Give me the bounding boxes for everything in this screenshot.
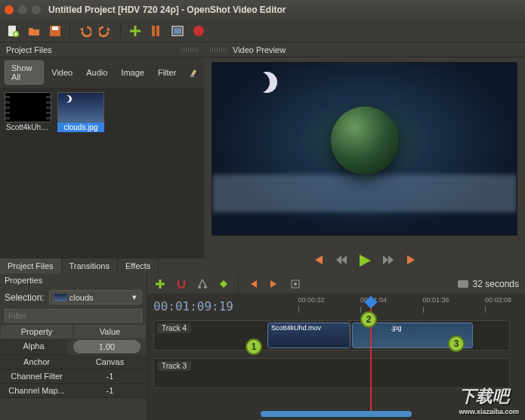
project-files-header: Project Files <box>0 42 204 57</box>
open-project-icon[interactable] <box>27 24 41 38</box>
tab-transitions[interactable]: Transitions <box>62 258 118 273</box>
svg-rect-7 <box>174 28 181 34</box>
selection-dropdown[interactable]: clouds ▾ <box>49 290 142 304</box>
new-project-icon[interactable] <box>6 24 20 38</box>
svg-point-11 <box>204 286 207 289</box>
help-marker: 3 <box>448 335 465 352</box>
left-bottom-tabs: Project Files Transitions Effects <box>0 258 204 273</box>
svg-rect-9 <box>190 75 194 77</box>
prop-name: Channel Filter <box>0 369 73 384</box>
svg-point-8 <box>193 26 204 36</box>
zoom-label: 32 seconds <box>473 279 519 289</box>
tab-show-all[interactable]: Show All <box>5 60 44 85</box>
snap-icon[interactable] <box>174 277 188 291</box>
properties-filter-input[interactable] <box>5 309 142 323</box>
prop-value[interactable]: -1 <box>73 384 147 398</box>
moon-icon <box>256 72 277 93</box>
next-marker-icon[interactable] <box>267 277 281 291</box>
clear-filter-icon[interactable] <box>188 66 199 79</box>
svg-point-13 <box>294 283 297 286</box>
prop-value[interactable]: 1.00 <box>73 340 141 354</box>
save-project-icon[interactable] <box>48 24 62 38</box>
file-filter-tabs: Show All Video Audio Image Filter <box>0 57 204 88</box>
col-property[interactable]: Property <box>0 324 73 339</box>
clip-label: Scott4kUhd.mov <box>271 324 321 332</box>
zoom-slider[interactable] <box>458 280 468 288</box>
razor-icon[interactable] <box>196 277 209 291</box>
center-playhead-icon[interactable] <box>289 277 302 291</box>
fullscreen-icon[interactable] <box>171 24 184 38</box>
tab-audio[interactable]: Audio <box>80 66 113 79</box>
svg-rect-5 <box>156 26 159 36</box>
tab-project-files[interactable]: Project Files <box>0 258 62 273</box>
prop-value[interactable]: Canvas <box>73 355 147 369</box>
main-toolbar <box>0 20 525 42</box>
tab-effects[interactable]: Effects <box>118 258 159 273</box>
video-preview-header: Video Preview <box>204 42 525 57</box>
timeline-clip[interactable]: Scott4kUhd.mov <box>267 323 351 348</box>
window-title: Untitled Project [HDV 720 24p] - OpenSho… <box>48 5 286 15</box>
project-files-label: Project Files <box>6 45 52 54</box>
timeline-toolbar: 32 seconds <box>147 273 525 295</box>
minimize-icon[interactable] <box>18 5 27 14</box>
prop-name: Channel Map... <box>0 384 73 398</box>
timeline-ruler[interactable]: 00:00:32 00:01:04 00:01:36 00:02:08 <box>261 296 510 316</box>
import-files-icon[interactable] <box>128 24 142 38</box>
prop-name: Anchor <box>0 355 73 369</box>
prev-marker-icon[interactable] <box>246 277 260 291</box>
selection-label: Selection: <box>5 292 45 303</box>
file-item[interactable]: Scott4kUhd... <box>5 92 51 132</box>
moon-icon <box>64 95 72 103</box>
tab-filter[interactable]: Filter <box>152 66 182 79</box>
file-label: clouds.jpg <box>57 122 104 132</box>
panel-grip-icon[interactable] <box>210 48 227 52</box>
add-track-icon[interactable] <box>153 277 167 291</box>
help-marker: 2 <box>360 311 377 328</box>
tab-video[interactable]: Video <box>45 66 79 79</box>
selection-value: clouds <box>69 293 94 302</box>
track-label: Track 4 <box>157 323 191 333</box>
panel-grip-icon[interactable] <box>181 48 198 52</box>
help-marker: 1 <box>246 338 262 355</box>
track-label: Track 3 <box>157 361 191 371</box>
sphere-graphic <box>331 107 399 174</box>
ruler-tick: 00:02:08 <box>485 296 511 304</box>
chevron-down-icon: ▾ <box>132 292 137 302</box>
file-label: Scott4kUhd... <box>5 122 51 132</box>
rewind-icon[interactable] <box>335 254 348 267</box>
close-icon[interactable] <box>5 5 14 14</box>
tab-image[interactable]: Image <box>115 66 150 79</box>
prop-value[interactable]: -1 <box>73 369 147 384</box>
timeline-body[interactable]: 00:01:09:19 00:00:32 00:01:04 00:01:36 0… <box>147 295 525 420</box>
svg-rect-3 <box>52 26 58 30</box>
prop-name: Alpha <box>0 339 67 355</box>
svg-rect-4 <box>152 26 155 36</box>
project-files-area[interactable]: Scott4kUhd... clouds.jpg <box>0 88 204 258</box>
video-preview-label: Video Preview <box>233 45 286 54</box>
timecode: 00:01:09:19 <box>153 299 233 313</box>
svg-point-10 <box>198 286 201 289</box>
undo-icon[interactable] <box>78 24 91 38</box>
playback-controls <box>204 249 525 273</box>
properties-header: Properties <box>0 273 147 287</box>
timeline-track[interactable]: Track 3 <box>153 358 510 388</box>
redo-icon[interactable] <box>99 24 113 38</box>
file-item[interactable]: clouds.jpg <box>57 92 104 132</box>
profile-icon[interactable] <box>150 24 163 38</box>
fast-forward-icon[interactable] <box>381 254 395 267</box>
export-icon[interactable] <box>192 24 205 38</box>
video-preview-canvas[interactable] <box>212 62 517 236</box>
maximize-icon[interactable] <box>32 5 41 14</box>
clip-label: .jpg <box>391 324 402 332</box>
ruler-tick: 00:01:36 <box>423 296 449 304</box>
col-value[interactable]: Value <box>73 324 147 339</box>
timeline-scrollbar[interactable] <box>261 411 412 417</box>
play-icon[interactable] <box>357 254 372 267</box>
jump-start-icon[interactable] <box>312 254 326 267</box>
marker-icon[interactable] <box>217 277 230 291</box>
jump-end-icon[interactable] <box>404 254 418 267</box>
titlebar: Untitled Project [HDV 720 24p] - OpenSho… <box>0 0 525 20</box>
ruler-tick: 00:00:32 <box>298 296 325 304</box>
